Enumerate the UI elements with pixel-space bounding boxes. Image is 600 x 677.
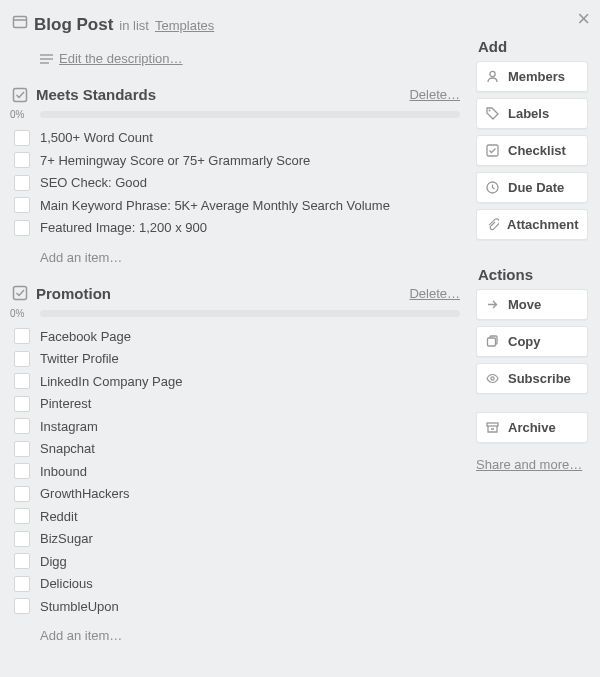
checklist-item-text: Pinterest [40, 394, 91, 414]
subscribe-button[interactable]: Subscribe [476, 363, 588, 394]
checklist-item-text: Inbound [40, 462, 87, 482]
checkbox[interactable] [14, 197, 30, 213]
list-item[interactable]: LinkedIn Company Page [14, 372, 460, 392]
svg-point-7 [490, 71, 495, 76]
copy-icon [486, 335, 500, 348]
archive-button[interactable]: Archive [476, 412, 588, 443]
in-list-label: in list [119, 18, 149, 33]
checklist-item-text: 7+ Hemingway Score or 75+ Grammarly Scor… [40, 151, 310, 171]
checklist-icon [12, 285, 28, 301]
svg-rect-0 [14, 17, 27, 28]
checkbox[interactable] [14, 152, 30, 168]
checklist-icon [12, 87, 28, 103]
checklist-item-text: GrowthHackers [40, 484, 130, 504]
checklist-item-text: Twitter Profile [40, 349, 119, 369]
svg-rect-11 [488, 338, 496, 346]
list-item[interactable]: Featured Image: 1,200 x 900 [14, 218, 460, 238]
checkbox[interactable] [14, 130, 30, 146]
copy-label: Copy [508, 334, 541, 349]
list-item[interactable]: StumbleUpon [14, 597, 460, 617]
checkbox[interactable] [14, 373, 30, 389]
checklist-title[interactable]: Meets Standards [36, 86, 401, 103]
delete-checklist-button[interactable]: Delete… [409, 87, 460, 102]
list-item[interactable]: Facebook Page [14, 327, 460, 347]
checklist-item-text: Facebook Page [40, 327, 131, 347]
checkbox[interactable] [14, 441, 30, 457]
list-item[interactable]: 7+ Hemingway Score or 75+ Grammarly Scor… [14, 151, 460, 171]
checklist-item-text: Featured Image: 1,200 x 900 [40, 218, 207, 238]
checkbox[interactable] [14, 531, 30, 547]
due-date-button[interactable]: Due Date [476, 172, 588, 203]
list-item[interactable]: Main Keyword Phrase: 5K+ Average Monthly… [14, 196, 460, 216]
checklist-item-text: Main Keyword Phrase: 5K+ Average Monthly… [40, 196, 390, 216]
add-item-button[interactable]: Add an item… [40, 628, 460, 643]
copy-button[interactable]: Copy [476, 326, 588, 357]
due-date-label: Due Date [508, 180, 564, 195]
list-item[interactable]: SEO Check: Good [14, 173, 460, 193]
checkbox[interactable] [14, 418, 30, 434]
eye-icon [486, 372, 500, 385]
card-icon [12, 14, 28, 30]
svg-rect-5 [14, 88, 27, 101]
list-item[interactable]: Delicious [14, 574, 460, 594]
checklist-item-text: SEO Check: Good [40, 173, 147, 193]
checkbox[interactable] [14, 351, 30, 367]
list-item[interactable]: Twitter Profile [14, 349, 460, 369]
arrow-right-icon [486, 298, 500, 311]
checkbox[interactable] [14, 508, 30, 524]
checklist-item-text: BizSugar [40, 529, 93, 549]
checkbox[interactable] [14, 175, 30, 191]
checkbox[interactable] [14, 463, 30, 479]
list-item[interactable]: Reddit [14, 507, 460, 527]
checkbox[interactable] [14, 598, 30, 614]
list-item[interactable]: Inbound [14, 462, 460, 482]
progress-bar [40, 310, 460, 317]
checkbox[interactable] [14, 328, 30, 344]
labels-icon [486, 107, 500, 120]
svg-rect-9 [487, 145, 498, 156]
list-item[interactable]: 1,500+ Word Count [14, 128, 460, 148]
checkbox[interactable] [14, 396, 30, 412]
attachment-button[interactable]: Attachment [476, 209, 588, 240]
list-item[interactable]: GrowthHackers [14, 484, 460, 504]
progress-percent: 0% [10, 308, 34, 319]
svg-rect-6 [14, 287, 27, 300]
checkbox[interactable] [14, 553, 30, 569]
move-button[interactable]: Move [476, 289, 588, 320]
progress-percent: 0% [10, 109, 34, 120]
list-item[interactable]: Snapchat [14, 439, 460, 459]
card-title[interactable]: Blog Post [34, 15, 113, 35]
progress-bar [40, 111, 460, 118]
edit-description-label: Edit the description… [59, 51, 183, 66]
checkbox[interactable] [14, 220, 30, 236]
checklist-item-text: 1,500+ Word Count [40, 128, 153, 148]
checkbox[interactable] [14, 576, 30, 592]
checklist-label: Checklist [508, 143, 566, 158]
checklist-item-text: Instagram [40, 417, 98, 437]
description-icon [40, 54, 53, 64]
archive-icon [486, 421, 500, 434]
edit-description-button[interactable]: Edit the description… [40, 51, 460, 66]
checklist-button[interactable]: Checklist [476, 135, 588, 166]
members-icon [486, 70, 500, 83]
labels-label: Labels [508, 106, 549, 121]
members-button[interactable]: Members [476, 61, 588, 92]
checklist-icon [486, 144, 500, 157]
list-item[interactable]: Digg [14, 552, 460, 572]
move-label: Move [508, 297, 541, 312]
list-item[interactable]: BizSugar [14, 529, 460, 549]
add-item-button[interactable]: Add an item… [40, 250, 460, 265]
list-item[interactable]: Pinterest [14, 394, 460, 414]
delete-checklist-button[interactable]: Delete… [409, 286, 460, 301]
close-icon[interactable]: × [577, 8, 590, 30]
labels-button[interactable]: Labels [476, 98, 588, 129]
share-link[interactable]: Share and more… [476, 457, 588, 472]
checkbox[interactable] [14, 486, 30, 502]
checklist-title[interactable]: Promotion [36, 285, 401, 302]
svg-rect-13 [487, 423, 498, 426]
archive-label: Archive [508, 420, 556, 435]
list-item[interactable]: Instagram [14, 417, 460, 437]
attachment-icon [486, 218, 499, 231]
clock-icon [486, 181, 500, 194]
list-link[interactable]: Templates [155, 18, 214, 33]
